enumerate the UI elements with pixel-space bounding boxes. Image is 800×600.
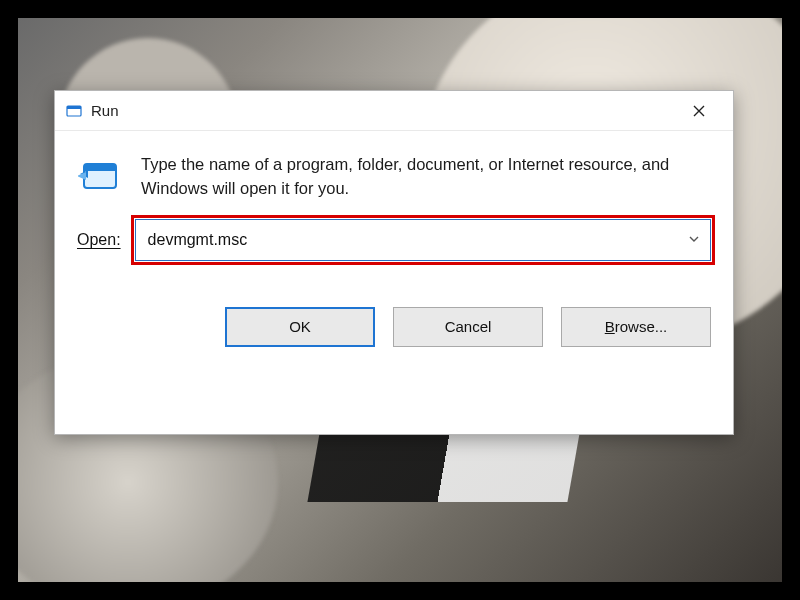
- button-row: OK Cancel Browse...: [55, 261, 733, 369]
- open-label: Open:: [77, 231, 121, 249]
- run-titlebar-icon: [65, 102, 83, 120]
- close-button[interactable]: [675, 96, 723, 126]
- browse-button[interactable]: Browse...: [561, 307, 711, 347]
- chevron-down-icon[interactable]: [688, 231, 700, 249]
- browse-button-label: Browse...: [605, 318, 668, 335]
- ok-button-label: OK: [289, 318, 311, 335]
- open-combobox[interactable]: devmgmt.msc: [135, 219, 711, 261]
- titlebar[interactable]: Run: [55, 91, 733, 131]
- ok-button[interactable]: OK: [225, 307, 375, 347]
- cancel-button-label: Cancel: [445, 318, 492, 335]
- open-combo-wrap: devmgmt.msc: [135, 219, 711, 261]
- dialog-description: Type the name of a program, folder, docu…: [141, 153, 711, 201]
- dialog-title: Run: [91, 102, 675, 119]
- screenshot-frame: Run Type the name of a program, folder, …: [18, 18, 782, 582]
- run-dialog: Run Type the name of a program, folder, …: [54, 90, 734, 435]
- dialog-body: Type the name of a program, folder, docu…: [55, 131, 733, 211]
- run-icon: [77, 153, 123, 199]
- open-input-value: devmgmt.msc: [148, 231, 248, 249]
- open-row: Open: devmgmt.msc: [55, 211, 733, 261]
- close-icon: [693, 105, 705, 117]
- svg-rect-3: [84, 164, 116, 171]
- cancel-button[interactable]: Cancel: [393, 307, 543, 347]
- svg-rect-1: [67, 106, 81, 109]
